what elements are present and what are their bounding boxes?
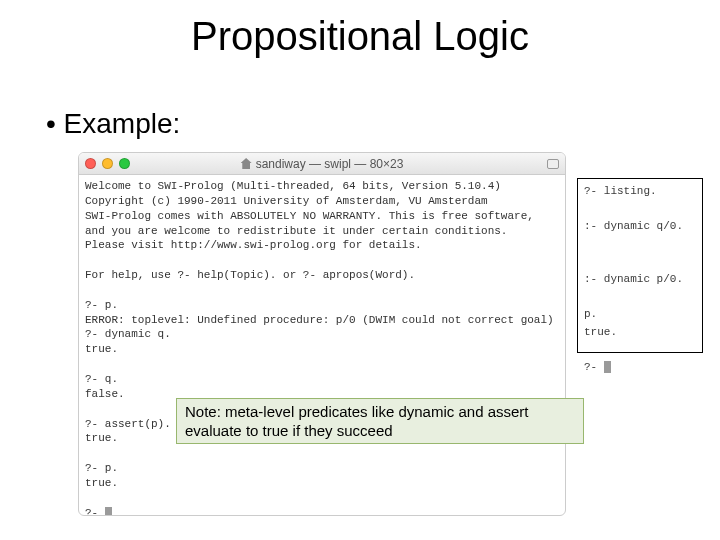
terminal-title: sandiway — swipl — 80×23 (79, 157, 565, 171)
listing-output-box: ?- listing. :- dynamic q/0. :- dynamic p… (577, 178, 703, 353)
terminal-caret (105, 507, 112, 516)
example-bullet: Example: (46, 108, 180, 140)
sidebox-caret (604, 361, 611, 373)
note-text-prefix: Note: meta-level predicates like (185, 403, 398, 420)
terminal-body[interactable]: Welcome to SWI-Prolog (Multi-threaded, 6… (79, 175, 565, 516)
home-icon (241, 158, 252, 169)
note-kw-assert: assert (488, 403, 529, 420)
note-kw-dynamic: dynamic (398, 403, 454, 420)
fullscreen-icon[interactable] (547, 159, 559, 169)
terminal-title-text: sandiway — swipl — 80×23 (256, 157, 404, 171)
terminal-titlebar: sandiway — swipl — 80×23 (79, 153, 565, 175)
terminal-window: sandiway — swipl — 80×23 Welcome to SWI-… (78, 152, 566, 516)
note-callout: Note: meta-level predicates like dynamic… (176, 398, 584, 444)
note-text-suffix: evaluate to true if they succeed (185, 422, 393, 439)
slide-title: Propositional Logic (0, 14, 720, 59)
note-text-mid: and (454, 403, 487, 420)
